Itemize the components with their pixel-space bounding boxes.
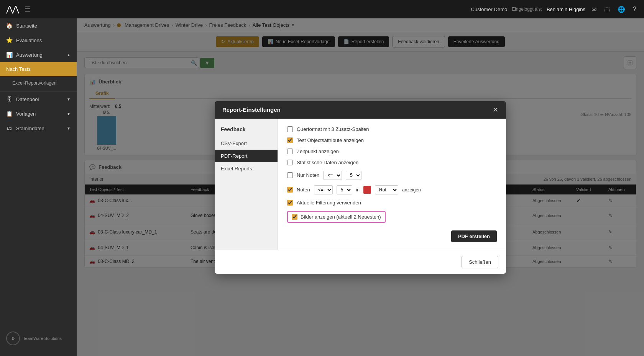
- sidebar-item-excel-reportvorlagen[interactable]: Excel-Reportvorlagen: [0, 76, 77, 90]
- label-noten: Noten: [297, 187, 310, 193]
- option-querformat: Querformat mit 3 Zusatz-Spalten: [287, 126, 497, 132]
- option-nur-noten: Nur Noten <== 512346: [287, 171, 497, 180]
- checkbox-test-objects[interactable]: [287, 137, 293, 143]
- mail-icon-button[interactable]: ✉: [590, 4, 598, 15]
- checkbox-noten-color[interactable]: [287, 187, 293, 193]
- logo-area: ⋀⋀ ☰: [6, 4, 31, 14]
- noten-select1[interactable]: <==: [314, 185, 333, 194]
- bilder-highlight-box: Bilder anzeigen (aktuell 2 Neuesten): [287, 211, 386, 223]
- help-icon-button[interactable]: ?: [631, 4, 638, 14]
- top-right-area: Customer Demo Eingeloggt als: Benjamin H…: [471, 4, 638, 15]
- option-aktuelle-filter: Aktuelle Filterung verwenden: [287, 200, 497, 206]
- checkbox-aktuelle-filter[interactable]: [287, 200, 293, 206]
- create-pdf-button[interactable]: PDF erstellen: [451, 230, 497, 242]
- modal-footer: Schließen: [215, 250, 506, 274]
- data-icon: 🗂: [6, 125, 12, 131]
- modal-header: Report-Einstellungen ✕: [215, 101, 506, 119]
- label-querformat: Querformat mit 3 Zusatz-Spalten: [297, 126, 369, 132]
- chart-icon: 📊: [6, 52, 12, 58]
- sidebar-item-startseite[interactable]: 🏠 Startseite: [0, 18, 77, 33]
- checkbox-bilder-anzeigen[interactable]: [292, 214, 297, 220]
- report-einstellungen-modal: Report-Einstellungen ✕ Feedback CSV-Expo…: [215, 101, 506, 274]
- database-icon: 🗄: [6, 96, 12, 102]
- stammdaten-arrow: ▼: [67, 126, 71, 131]
- nur-noten-select2[interactable]: 512346: [346, 171, 361, 180]
- noten-in-label: in: [356, 187, 360, 193]
- home-icon: 🏠: [6, 23, 12, 29]
- sidebar-item-nach-tests[interactable]: Nach Tests: [0, 62, 77, 76]
- checkbox-statistisch[interactable]: [287, 160, 293, 165]
- modal-content: Querformat mit 3 Zusatz-Spalten Test Obj…: [278, 119, 506, 250]
- sidebar-label-excel-reportvorlagen: Excel-Reportvorlagen: [12, 80, 56, 86]
- template-icon: 📋: [6, 111, 12, 117]
- modal-sidebar-excel[interactable]: Excel-Reports: [215, 162, 278, 175]
- logout-icon-button[interactable]: ⬚: [603, 4, 611, 15]
- noten-anzeigen-label: anzeigen: [402, 187, 421, 193]
- sidebar-label-nach-tests: Nach Tests: [6, 66, 31, 72]
- username-label: Benjamin Higgins: [547, 7, 585, 12]
- customer-label: Customer Demo: [471, 7, 508, 12]
- sidebar-item-vorlagen[interactable]: 📋 Vorlagen ▼: [0, 106, 77, 121]
- logged-in-label: Eingeloggt als:: [512, 7, 542, 12]
- sidebar-label-evaluations: Evaluations: [16, 38, 42, 43]
- logo-circle: ⚙: [6, 332, 20, 345]
- main-area: 🏠 Startseite ⭐ Evaluations 📊 Auswertung …: [0, 18, 644, 356]
- modal-body: Feedback CSV-Export PDF-Report Excel-Rep…: [215, 119, 506, 250]
- datenpool-arrow: ▼: [67, 97, 71, 101]
- sidebar-label-vorlagen: Vorlagen: [16, 111, 36, 117]
- label-aktuelle-filter: Aktuelle Filterung verwenden: [297, 200, 361, 206]
- label-test-objects: Test Objectsattribute anzeigen: [297, 137, 364, 143]
- nur-noten-select1[interactable]: <==: [323, 171, 342, 180]
- label-bilder-anzeigen: Bilder anzeigen (aktuell 2 Neuesten): [301, 214, 381, 220]
- sidebar-logo: ⚙ TeamWare Solutions: [0, 327, 77, 350]
- modal-title: Report-Einstellungen: [222, 106, 281, 113]
- sidebar-item-stammdaten[interactable]: 🗂 Stammdaten ▼: [0, 121, 77, 136]
- sidebar-item-auswertung[interactable]: 📊 Auswertung ▲: [0, 47, 77, 62]
- sidebar-label-stammdaten: Stammdaten: [16, 126, 44, 131]
- sidebar-label-startseite: Startseite: [16, 23, 37, 29]
- option-zeitpunkt: Zeitpunkt anzeigen: [287, 149, 497, 154]
- label-statistisch: Statistische Daten anzeigen: [297, 160, 358, 165]
- modal-close-button[interactable]: ✕: [493, 106, 498, 113]
- noten-select2[interactable]: 512346: [337, 185, 352, 194]
- sidebar-item-evaluations[interactable]: ⭐ Evaluations: [0, 33, 77, 47]
- option-test-objects: Test Objectsattribute anzeigen: [287, 137, 497, 143]
- checkbox-zeitpunkt[interactable]: [287, 149, 293, 154]
- modal-sidebar-title: Feedback: [215, 123, 278, 137]
- auswertung-arrow: ▲: [67, 53, 71, 57]
- star-icon: ⭐: [6, 37, 12, 43]
- hamburger-button[interactable]: ☰: [25, 5, 31, 13]
- logo-company: TeamWare Solutions: [23, 336, 62, 341]
- checkbox-nur-noten[interactable]: [287, 172, 293, 178]
- label-zeitpunkt: Zeitpunkt anzeigen: [297, 149, 339, 154]
- option-noten-color: Noten <== 512346 in RotBlauG: [287, 185, 497, 194]
- option-bilder-anzeigen: Bilder anzeigen (aktuell 2 Neuesten): [287, 211, 497, 223]
- vorlagen-arrow: ▼: [67, 112, 71, 116]
- logo-icon: ⋀⋀: [6, 4, 18, 14]
- sidebar-label-datenpool: Datenpool: [16, 96, 39, 102]
- color-red-box: [363, 186, 371, 194]
- checkbox-querformat[interactable]: [287, 126, 293, 132]
- globe-icon-button[interactable]: 🌐: [616, 4, 627, 15]
- close-modal-button[interactable]: Schließen: [462, 256, 498, 268]
- option-statistisch: Statistische Daten anzeigen: [287, 160, 497, 165]
- sidebar-item-datenpool[interactable]: 🗄 Datenpool ▼: [0, 92, 77, 106]
- content-area: Auswertung › Management Drives › Winter …: [77, 18, 644, 356]
- top-bar: ⋀⋀ ☰ Customer Demo Eingeloggt als: Benja…: [0, 0, 644, 18]
- modal-overlay: Report-Einstellungen ✕ Feedback CSV-Expo…: [77, 18, 644, 356]
- modal-sidebar-pdf[interactable]: PDF-Report: [215, 150, 278, 162]
- modal-sidebar-csv[interactable]: CSV-Export: [215, 137, 278, 150]
- noten-color-select[interactable]: RotBlauGrün: [375, 185, 398, 194]
- modal-sidebar: Feedback CSV-Export PDF-Report Excel-Rep…: [215, 119, 278, 250]
- sidebar: 🏠 Startseite ⭐ Evaluations 📊 Auswertung …: [0, 18, 77, 356]
- sidebar-label-auswertung: Auswertung: [16, 52, 43, 58]
- label-nur-noten: Nur Noten: [297, 172, 319, 178]
